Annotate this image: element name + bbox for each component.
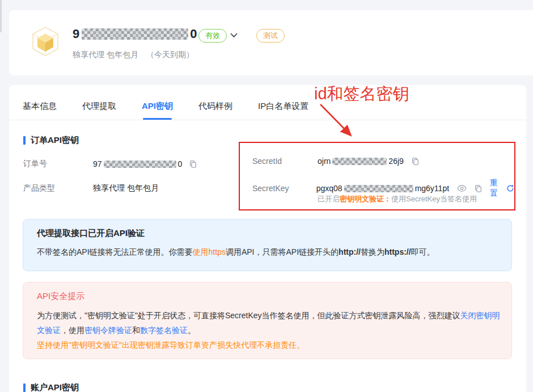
warning-box-body: 为方便测试，"密钥明文验证"处于开启状态，可直接将SecretKey当作签名使用…	[37, 308, 501, 338]
text-segment: 即可。	[411, 247, 435, 256]
inline-link[interactable]: 密钥令牌验证	[84, 326, 132, 335]
api-verification-info-box: 代理提取接口已开启API验证 不带签名的API链接将无法正常使用。你需要使用ht…	[23, 219, 512, 271]
eye-icon[interactable]	[457, 185, 467, 192]
text-segment: 为方便测试，"密钥明文验证"处于开启状态，可直接将SecretKey当作签名使用…	[37, 311, 460, 320]
annotation-arrow	[311, 100, 367, 146]
info-box-title: 代理提取接口已开启API验证	[37, 228, 498, 239]
api-settings-card: 基本信息 代理提取 API密钥 代码样例 IP白名单设置 订单API密钥 订单号…	[9, 85, 526, 392]
product-cube-icon	[31, 26, 60, 58]
product-type-label: 产品类型	[23, 183, 93, 193]
redacted-secret-key	[344, 185, 413, 192]
info-box-body: 不带签名的API链接将无法正常使用。你需要使用https调用API，只需将API…	[37, 246, 498, 258]
inline-link[interactable]: 使用https	[193, 247, 226, 256]
copy-icon[interactable]	[411, 157, 420, 166]
text-segment: 和	[132, 326, 140, 335]
reset-secret-key-button[interactable]: 重置	[490, 178, 514, 199]
secret-id-row: SecretId ojrn26j9	[252, 157, 420, 166]
order-number-row: 订单号 970	[23, 159, 197, 169]
secret-id-value: ojrn26j9	[318, 157, 420, 166]
text-segment: 不带签名的API链接将无法正常使用。你需要	[37, 247, 193, 256]
inline-link[interactable]: 数字签名验证	[140, 326, 188, 335]
status-badge: 有效	[198, 29, 227, 43]
tab-proxy-extract[interactable]: 代理提取	[82, 101, 116, 120]
text-segment: https://	[384, 247, 411, 256]
text-segment: 调用API，只需将API链接开头的	[226, 247, 339, 256]
section-accent-bar	[23, 383, 26, 392]
product-subtitle: 独享代理 包年包月（今天到期）	[73, 50, 194, 60]
secret-key-label: SecretKey	[252, 184, 316, 193]
order-number-value: 970	[93, 159, 197, 168]
tab-code-samples[interactable]: 代码样例	[198, 101, 232, 120]
secret-key-value: pgxq08mg6y11pt	[316, 184, 449, 193]
product-type-value: 独享代理 包年包月	[93, 183, 159, 193]
text-segment: 替换为	[361, 247, 384, 256]
redacted-order-number	[104, 161, 176, 168]
secret-highlight-box: SecretId ojrn26j9 SecretKey pgxq08mg6y11…	[239, 142, 515, 210]
account-api-key-section-title: 账户API密钥	[23, 382, 79, 392]
tab-ip-whitelist[interactable]: IP白名单设置	[258, 101, 308, 120]
redacted-secret-id	[332, 158, 387, 165]
tab-basic-info[interactable]: 基本信息	[23, 101, 57, 120]
text-segment: 密钥明文验证：	[340, 194, 391, 204]
order-number-label: 订单号	[23, 159, 93, 169]
tab-api-key[interactable]: API密钥	[142, 101, 173, 120]
warning-disclaimer: 坚持使用"密钥明文验证"出现密钥泄露导致订单资产损失快代理不承担责任。	[37, 338, 498, 352]
secret-id-label: SecretId	[252, 157, 318, 166]
refresh-icon	[506, 184, 514, 192]
copy-icon[interactable]	[474, 184, 483, 193]
chevron-down-icon[interactable]	[230, 33, 238, 38]
product-header-card: 90 有效 测试 独享代理 包年包月（今天到期）	[9, 10, 533, 75]
api-security-warning-box: API安全提示 为方便测试，"密钥明文验证"处于开启状态，可直接将SecretK…	[23, 282, 512, 359]
text-segment: http://	[339, 247, 361, 256]
text-segment: 。	[188, 326, 196, 335]
product-id: 90	[73, 27, 198, 41]
redacted-product-id	[82, 28, 188, 40]
plaintext-verification-note: 已开启 密钥明文验证： 使用SecretKey当签名使用	[318, 194, 477, 204]
warning-box-title: API安全提示	[37, 291, 498, 302]
order-api-key-section-title: 订单API密钥	[23, 135, 79, 146]
left-edge-sliver	[0, 0, 2, 32]
product-type-row: 产品类型 独享代理 包年包月	[23, 183, 159, 193]
page: 90 有效 测试 独享代理 包年包月（今天到期） 基本信息 代理提取 API密钥…	[0, 0, 533, 392]
expiry-note: （今天到期）	[146, 50, 194, 59]
test-badge: 测试	[256, 29, 285, 43]
text-segment: ，使用	[61, 326, 84, 335]
text-segment: 已开启	[318, 194, 340, 204]
text-segment: 使用SecretKey当签名使用	[391, 194, 477, 204]
tab-bar: 基本信息 代理提取 API密钥 代码样例 IP白名单设置	[9, 85, 526, 120]
section-accent-bar	[23, 136, 26, 145]
copy-icon[interactable]	[189, 160, 197, 168]
